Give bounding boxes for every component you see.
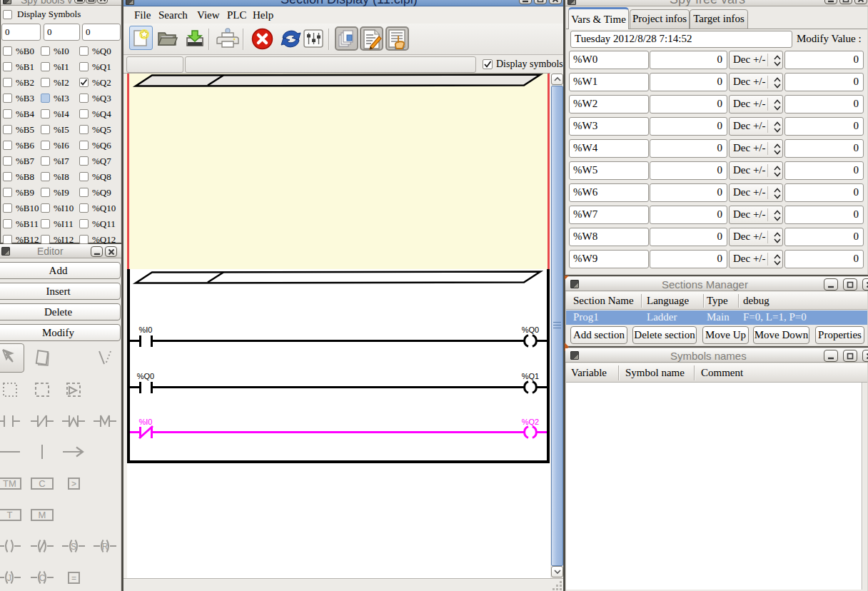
svg-text:R: R <box>102 542 108 552</box>
svg-text:C: C <box>39 573 46 583</box>
svg-text:S: S <box>71 542 76 552</box>
svg-text:J: J <box>7 573 11 583</box>
